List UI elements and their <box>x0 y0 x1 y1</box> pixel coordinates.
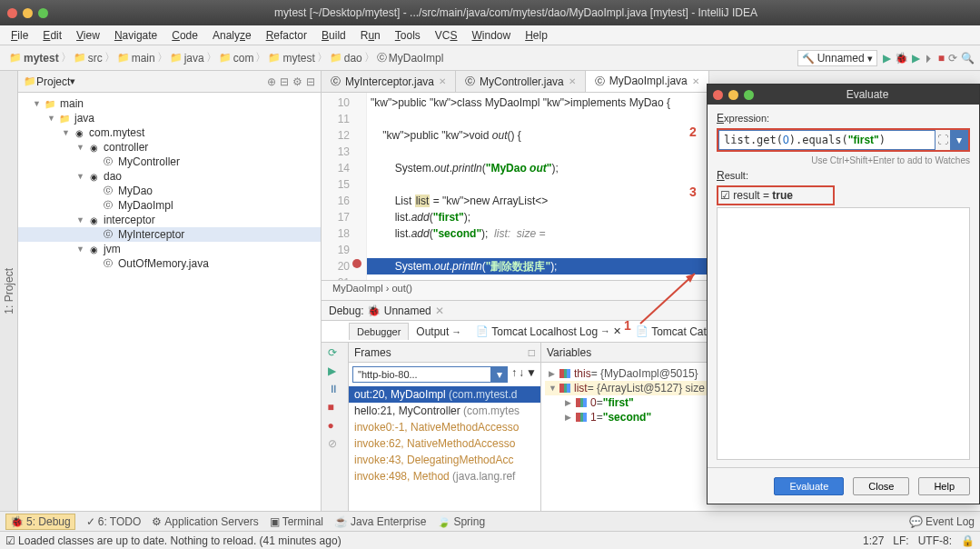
tab-app-servers[interactable]: ⚙ Application Servers <box>152 515 258 528</box>
menu-analyze[interactable]: Analyze <box>207 27 257 44</box>
maximize-icon[interactable] <box>38 8 48 18</box>
menu-edit[interactable]: Edit <box>37 27 67 44</box>
collapse-icon[interactable]: ⊕ <box>267 75 276 88</box>
gear-icon[interactable]: ⚙ <box>292 75 302 88</box>
stack-frame[interactable]: invoke:62, NativeMethodAccesso <box>349 435 540 452</box>
close-button[interactable]: Close <box>853 477 909 495</box>
stack-frame[interactable]: invoke0:-1, NativeMethodAccesso <box>349 419 540 435</box>
search-icon[interactable]: 🔍 <box>961 52 975 65</box>
rerun-icon[interactable]: ⟳ <box>328 346 342 361</box>
menu-tools[interactable]: Tools <box>390 27 426 44</box>
help-button[interactable]: Help <box>918 477 970 495</box>
line-separator[interactable]: LF: <box>893 534 908 547</box>
resume-icon[interactable]: ▶ <box>328 364 342 379</box>
dlg-close-icon[interactable] <box>713 90 723 100</box>
next-frame-icon[interactable]: ↓ <box>519 366 524 383</box>
coverage-icon[interactable]: ▶ <box>912 52 920 65</box>
menu-code[interactable]: Code <box>166 27 203 44</box>
pause-icon[interactable]: ⏸ <box>328 383 342 397</box>
close-debug-icon[interactable]: ✕ <box>435 304 444 317</box>
menu-vcs[interactable]: VCS <box>430 27 463 44</box>
run-icon[interactable]: ▶ <box>883 52 891 65</box>
tree-node[interactable]: ▼◉dao <box>18 169 321 184</box>
result-row[interactable]: ☑ result = true <box>720 189 831 202</box>
restore-layout-icon[interactable]: □ <box>529 346 535 359</box>
tab-spring[interactable]: 🍃 Spring <box>437 515 485 528</box>
debug-icon[interactable]: 🐞 <box>895 52 908 65</box>
filter-icon[interactable]: ▼ <box>526 366 537 383</box>
breadcrumb[interactable]: 📁 mytest 〉📁 src〉📁 main〉📁 java〉📁 com〉📁 my… <box>5 48 447 67</box>
menu-build[interactable]: Build <box>316 27 351 44</box>
tree-node[interactable]: ▼◉interceptor <box>18 213 321 227</box>
dialog-titlebar[interactable]: Evaluate <box>708 85 979 105</box>
thread-selector[interactable]: "http-bio-80...▾ ↑↓▼ <box>352 366 537 383</box>
tab-project[interactable]: 1: Project <box>1 265 17 318</box>
stack-frame[interactable]: hello:21, MyController (com.mytes <box>349 403 540 419</box>
menu-view[interactable]: View <box>71 27 105 44</box>
evaluate-button[interactable]: Evaluate <box>774 477 844 495</box>
tree-node[interactable]: ⓒOutOfMemory.java <box>18 256 321 271</box>
tree-node[interactable]: ▼◉controller <box>18 140 321 155</box>
tree-node[interactable]: ▼📁java <box>18 111 321 125</box>
caret-position[interactable]: 1:27 <box>863 534 884 547</box>
stack-frame[interactable]: invoke:498, Method (java.lang.ref <box>349 468 540 484</box>
tree-node[interactable]: ⓒMyDao <box>18 184 321 198</box>
run-config-selector[interactable]: 🔨 Unnamed ▾ <box>797 50 877 66</box>
tab-todo[interactable]: ✓ 6: TODO <box>86 515 142 528</box>
menu-help[interactable]: Help <box>520 27 553 44</box>
history-dropdown-icon[interactable]: ▾ <box>950 130 968 150</box>
dlg-max-icon[interactable] <box>744 90 754 100</box>
tab-tomcat-local[interactable]: 📄 Tomcat Localhost Log → ✕ <box>469 323 629 341</box>
menu-run[interactable]: Run <box>355 27 386 44</box>
titlebar: mytest [~/Desktop/mytest] - .../src/main… <box>0 0 980 25</box>
mute-breakpoints-icon[interactable]: ⊘ <box>328 437 342 452</box>
frame-list[interactable]: out:20, MyDaoImpl (com.mytest.dhello:21,… <box>349 386 540 511</box>
view-breakpoints-icon[interactable]: ● <box>328 419 342 434</box>
close-icon[interactable] <box>7 8 17 18</box>
tab-mydaoimpl[interactable]: ⓒ MyDaoImpl.java✕ <box>586 71 709 92</box>
minimize-icon[interactable] <box>23 8 33 18</box>
tree-node[interactable]: ▼◉com.mytest <box>18 125 321 140</box>
gutter[interactable]: 101112131415161718192021 <box>322 93 367 280</box>
result-area[interactable] <box>717 207 970 460</box>
file-encoding[interactable]: UTF-8: <box>918 534 952 547</box>
dlg-min-icon[interactable] <box>728 90 738 100</box>
menu-window[interactable]: Window <box>466 27 516 44</box>
stack-frame[interactable]: out:20, MyDaoImpl (com.mytest.d <box>349 386 540 403</box>
tab-mycontroller[interactable]: ⓒ MyController.java✕ <box>456 71 586 92</box>
close-tab-1[interactable]: ✕ <box>439 76 446 86</box>
update-icon[interactable]: ⟳ <box>948 52 957 65</box>
tab-output[interactable]: Output → <box>409 323 469 341</box>
tree-node[interactable]: ▼◉jvm <box>18 242 321 256</box>
tree-node[interactable]: ▼📁main <box>18 96 321 111</box>
tree-node[interactable]: ⓒMyController <box>18 155 321 169</box>
event-log[interactable]: 💬 Event Log <box>909 515 975 528</box>
stack-frame[interactable]: invoke:43, DelegatingMethodAcc <box>349 452 540 468</box>
project-tree[interactable]: ▼📁main▼📁java▼◉com.mytest▼◉controllerⓒMyC… <box>18 93 321 511</box>
chevron-down-icon[interactable]: ▾ <box>491 366 508 383</box>
menu-file[interactable]: File <box>5 27 34 44</box>
expand-icon[interactable]: ⛶ <box>935 130 950 150</box>
tree-node[interactable]: ⓒMyDaoImpl <box>18 198 321 213</box>
prev-frame-icon[interactable]: ↑ <box>511 366 517 383</box>
close-tab-2[interactable]: ✕ <box>569 76 576 86</box>
tab-java-enterprise[interactable]: ☕ Java Enterprise <box>334 515 426 528</box>
tab-debugger[interactable]: Debugger <box>349 323 409 340</box>
expression-input[interactable]: list.get(0).equals("first") <box>718 130 935 150</box>
stop-debug-icon[interactable]: ■ <box>328 401 342 415</box>
window-controls[interactable] <box>7 8 48 18</box>
menu-refactor[interactable]: Refactor <box>261 27 312 44</box>
profile-icon[interactable]: ⏵ <box>924 52 935 65</box>
close-tab-3[interactable]: ✕ <box>692 76 699 86</box>
scroll-icon[interactable]: ⊟ <box>280 75 289 88</box>
tab-debug-bottom[interactable]: 🐞 5: Debug <box>5 514 75 530</box>
stop-icon[interactable]: ■ <box>938 52 945 65</box>
tab-myinterceptor[interactable]: ⓒ MyInterceptor.java✕ <box>322 71 456 92</box>
tree-node[interactable]: ⓒMyInterceptor <box>18 227 321 242</box>
evaluate-dialog: Evaluate 2 Expression: list.get(0).equal… <box>707 84 980 504</box>
lock-icon[interactable]: 🔒 <box>961 534 975 547</box>
tab-terminal[interactable]: ▣ Terminal <box>270 515 323 528</box>
menu-navigate[interactable]: Navigate <box>109 27 163 44</box>
hide-icon[interactable]: ⊟ <box>306 75 315 88</box>
dialog-footer: Evaluate Close Help <box>708 467 979 504</box>
